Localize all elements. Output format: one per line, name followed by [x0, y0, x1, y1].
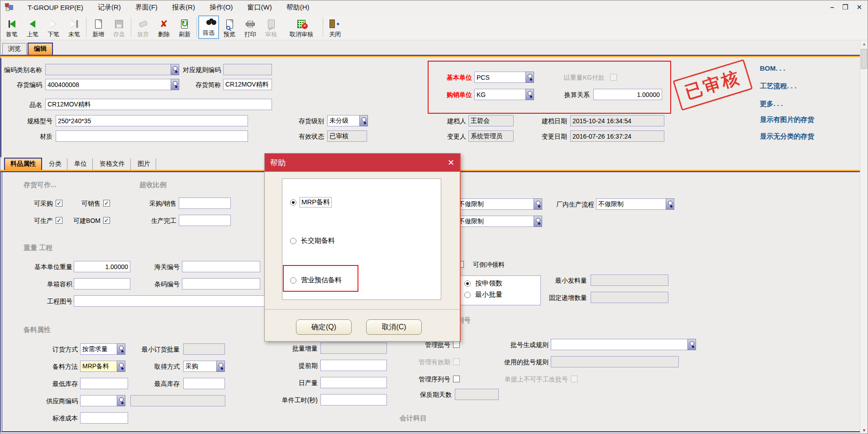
issue-by-apply-option[interactable]: 按申领数: [461, 276, 540, 288]
inventory-level-input[interactable]: [327, 115, 359, 126]
menu-report[interactable]: 报表(R): [165, 1, 202, 14]
filter-button[interactable]: 筛选: [198, 15, 219, 39]
menu-record[interactable]: 记录(R): [91, 1, 128, 14]
tab-edit[interactable]: 编辑: [28, 43, 53, 55]
cancel-audit-button[interactable]: ✕ 取消审核: [281, 15, 321, 39]
factory-flow-input[interactable]: [596, 198, 666, 210]
over-purchase-sale-input[interactable]: [179, 198, 231, 209]
close-icon[interactable]: ✕: [856, 3, 862, 11]
subtab-item-attrs[interactable]: 料品属性: [4, 158, 42, 170]
daily-output-input[interactable]: [320, 377, 387, 388]
code-category-lookup-icon[interactable]: [171, 64, 179, 75]
process-flow-link[interactable]: 工艺流程. . .: [760, 82, 796, 91]
limit2-input[interactable]: [456, 216, 534, 227]
lead-time-input[interactable]: [320, 360, 387, 371]
spec-input[interactable]: [56, 115, 248, 126]
option-mrp[interactable]: MRP备料: [290, 197, 332, 207]
subtab-category[interactable]: 分类: [43, 158, 67, 170]
audit-button[interactable]: 审核: [261, 15, 281, 39]
ok-button[interactable]: 确定(Q): [296, 319, 352, 335]
box-volume-input[interactable]: [74, 278, 130, 289]
menu-help[interactable]: 帮助(H): [279, 1, 317, 14]
help-dialog-titlebar[interactable]: 帮助 ✕: [265, 154, 460, 172]
last-record-button[interactable]: 末笔: [64, 15, 85, 39]
code-category-input[interactable]: [45, 64, 171, 75]
supplier-code-lookup-icon[interactable]: [117, 395, 125, 406]
first-record-button[interactable]: 首笔: [1, 15, 22, 39]
menu-interface[interactable]: 界面(F): [128, 1, 165, 14]
batch-rule-lookup-icon[interactable]: [687, 339, 696, 350]
option-long-leadtime[interactable]: 长交期备料: [290, 236, 336, 246]
scrollbar-thumb[interactable]: [861, 49, 867, 69]
acquire-mode-input[interactable]: [183, 361, 216, 372]
inventory-level-lookup-icon[interactable]: [359, 115, 368, 126]
order-mode-lookup-icon[interactable]: [117, 343, 125, 355]
unit-weight-input[interactable]: [74, 261, 130, 272]
bom-link[interactable]: BOM. . .: [760, 64, 785, 72]
discard-button[interactable]: 放弃: [133, 15, 153, 39]
scroll-up-icon[interactable]: ▲: [860, 40, 868, 48]
conversion-input[interactable]: [593, 89, 662, 100]
menu-tgroup-erp[interactable]: T-GROUP ERP(E): [20, 2, 91, 13]
material-input[interactable]: [56, 130, 248, 142]
trade-unit-input[interactable]: [474, 89, 525, 100]
show-unclassified-link[interactable]: 显示无分类的存货: [760, 132, 814, 141]
prev-record-button[interactable]: 上笔: [22, 15, 43, 39]
batch-rule-input[interactable]: [551, 339, 687, 350]
std-cost-input[interactable]: [80, 412, 128, 424]
menu-window[interactable]: 窗口(W): [240, 1, 279, 14]
prep-method-lookup-icon[interactable]: [117, 361, 125, 372]
subtab-qualification[interactable]: 资格文件: [94, 158, 131, 170]
inventory-code-lookup-icon[interactable]: [171, 79, 179, 90]
print-button[interactable]: 打印: [240, 15, 261, 39]
inventory-code-input[interactable]: [45, 79, 171, 90]
minimize-icon[interactable]: –: [830, 3, 834, 11]
supplier-code-input[interactable]: [80, 395, 117, 406]
close-form-button[interactable]: ➧ 关闭: [324, 15, 345, 39]
can-bom-checkbox[interactable]: [103, 217, 110, 224]
vertical-scrollbar[interactable]: ▲ ▼: [860, 40, 868, 434]
trade-unit-lookup-icon[interactable]: [525, 89, 534, 100]
refresh-button[interactable]: ↻ 刷新: [174, 15, 195, 39]
customs-code-input[interactable]: [182, 261, 260, 272]
preview-button[interactable]: 预览: [219, 15, 240, 39]
manage-serial-checkbox[interactable]: [453, 376, 460, 382]
new-button[interactable]: 新增: [88, 15, 109, 39]
barcode-input[interactable]: [182, 278, 260, 289]
restore-icon[interactable]: ❐: [842, 3, 848, 11]
producible-checkbox[interactable]: [56, 217, 62, 224]
show-with-image-link[interactable]: 显示有图片的存货: [760, 116, 814, 124]
subtab-image[interactable]: 图片: [132, 158, 156, 170]
min-stock-input[interactable]: [80, 378, 128, 389]
subtab-unit[interactable]: 单位: [68, 158, 93, 170]
factory-flow-lookup-icon[interactable]: [666, 198, 674, 210]
limit1-input[interactable]: [456, 198, 534, 210]
prep-method-input[interactable]: [80, 361, 117, 372]
base-unit-input[interactable]: [474, 72, 525, 83]
delete-button[interactable]: ✘ 删除: [153, 15, 174, 39]
scroll-down-icon[interactable]: ▼: [860, 427, 868, 434]
product-name-input[interactable]: [45, 99, 272, 110]
order-mode-input[interactable]: [80, 343, 117, 355]
cancel-button[interactable]: 取消(C): [366, 319, 422, 335]
more-link[interactable]: 更多. . .: [760, 100, 783, 108]
purchasable-label: 可采购: [16, 198, 53, 209]
max-stock-input[interactable]: [183, 378, 225, 389]
dialog-close-icon[interactable]: ✕: [448, 158, 454, 168]
inventory-abbr-input[interactable]: [223, 79, 272, 90]
menu-operation[interactable]: 操作(O): [202, 1, 240, 14]
acquire-mode-lookup-icon[interactable]: [216, 361, 225, 372]
save-button[interactable]: 存盘: [109, 15, 129, 39]
min-order-input: [183, 343, 225, 355]
over-production-input[interactable]: [179, 215, 231, 226]
base-unit-lookup-icon[interactable]: [525, 72, 534, 83]
next-record-button[interactable]: 下笔: [43, 15, 64, 39]
manage-batch-checkbox[interactable]: [453, 341, 460, 348]
sellable-checkbox[interactable]: [103, 200, 110, 207]
limit2-lookup-icon[interactable]: [534, 216, 542, 227]
issue-by-minbatch-option[interactable]: 最小批量: [461, 288, 540, 299]
purchasable-checkbox[interactable]: [56, 200, 62, 207]
tab-browse[interactable]: 浏览: [2, 43, 27, 55]
piece-time-input[interactable]: [320, 394, 387, 405]
limit1-lookup-icon[interactable]: [534, 198, 542, 210]
